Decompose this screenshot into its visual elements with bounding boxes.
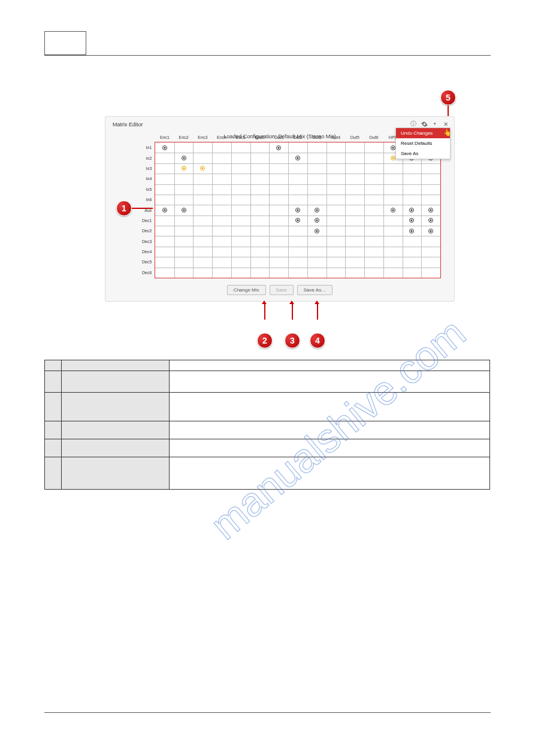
routing-node[interactable] xyxy=(409,229,414,233)
dropdown-caret-icon[interactable]: ▾ xyxy=(431,120,439,127)
routing-node[interactable] xyxy=(182,156,186,160)
column-header: Out2 xyxy=(288,135,307,139)
callout-4: 4 xyxy=(310,333,325,348)
row-header: Dec4 xyxy=(142,247,153,257)
callout-2-arrow xyxy=(264,303,265,320)
routing-node[interactable] xyxy=(200,166,205,171)
save-as-button[interactable]: Save As… xyxy=(297,285,333,295)
cell-idx xyxy=(45,421,62,439)
cell-name xyxy=(62,421,170,439)
save-button[interactable]: Save xyxy=(270,285,294,295)
cell-idx xyxy=(45,439,62,457)
cell-idx xyxy=(45,393,62,421)
callout-2: 2 xyxy=(257,333,273,348)
callout-3-arrow xyxy=(292,303,293,320)
routing-node[interactable] xyxy=(409,208,414,212)
routing-node[interactable] xyxy=(315,218,319,223)
routing-grid[interactable]: Enc1Enc2Enc3Enc4Enc5Enc6Out1Out2Out3Out4… xyxy=(155,142,441,278)
th-name xyxy=(62,360,170,371)
panel-toolbar: ⓘ ▾ ✕ xyxy=(410,120,449,127)
panel-title: Matrix Editor xyxy=(113,122,143,127)
column-header: Enc6 xyxy=(250,135,270,139)
matrix-editor-panel: Matrix Editor ⓘ ▾ ✕ Loaded Configuration… xyxy=(105,116,455,302)
dropdown-undo-changes[interactable]: Undo Changes xyxy=(396,128,450,138)
routing-node[interactable] xyxy=(295,208,300,212)
close-icon[interactable]: ✕ xyxy=(442,120,449,127)
cell-name xyxy=(62,457,170,490)
column-header: Enc3 xyxy=(193,135,212,139)
routing-node[interactable] xyxy=(428,208,433,212)
column-header: Enc5 xyxy=(231,135,250,139)
cell-idx xyxy=(45,457,62,490)
th-idx xyxy=(45,360,62,371)
table-row xyxy=(45,439,490,457)
routing-node[interactable] xyxy=(428,229,433,233)
gear-icon[interactable] xyxy=(421,120,428,127)
table-row xyxy=(45,371,490,393)
routing-node[interactable] xyxy=(162,208,167,212)
routing-node[interactable] xyxy=(391,208,395,212)
info-icon[interactable]: ⓘ xyxy=(410,120,417,127)
row-header: Dec5 xyxy=(142,257,153,267)
routing-node[interactable] xyxy=(428,218,433,223)
table-header-row xyxy=(45,360,490,371)
callout-3: 3 xyxy=(285,333,300,348)
callout-1: 1 xyxy=(116,201,132,216)
row-header: Dec1 xyxy=(142,215,153,226)
table-row xyxy=(45,421,490,439)
routing-node[interactable] xyxy=(162,145,167,150)
cell-idx xyxy=(45,371,62,393)
routing-node[interactable] xyxy=(182,166,186,171)
settings-dropdown: Undo Changes Reset Defaults Save As xyxy=(395,127,451,159)
row-header: In4 xyxy=(142,174,153,184)
row-header: Dec6 xyxy=(142,268,153,278)
routing-node[interactable] xyxy=(295,156,300,160)
cell-name xyxy=(62,393,170,421)
routing-node[interactable] xyxy=(391,156,395,160)
row-header: Dec3 xyxy=(142,236,153,247)
top-tab xyxy=(44,31,86,55)
table-row xyxy=(45,457,490,490)
row-header: Dec2 xyxy=(142,226,153,236)
cell-name xyxy=(62,371,170,393)
dropdown-save-as[interactable]: Save As xyxy=(396,148,450,159)
callout-2-arrowhead xyxy=(262,300,267,304)
legend-table xyxy=(44,360,490,490)
change-mix-button[interactable]: Change Mix xyxy=(227,285,266,295)
routing-node[interactable] xyxy=(391,145,395,150)
column-header: Out4 xyxy=(327,135,346,139)
cell-name xyxy=(62,439,170,457)
routing-node[interactable] xyxy=(295,218,300,223)
callout-5: 5 xyxy=(440,90,456,105)
grid-cells[interactable] xyxy=(155,142,440,278)
page: 5 Matrix Editor ⓘ ▾ ✕ Loaded Configurati… xyxy=(0,0,535,756)
row-headers: In1In2In3In4In5In6AuxDec1Dec2Dec3Dec4Dec… xyxy=(142,142,153,278)
cell-desc xyxy=(170,421,490,439)
top-rule xyxy=(44,55,491,56)
cell-desc xyxy=(170,439,490,457)
cell-desc xyxy=(170,457,490,490)
callout-4-arrowhead xyxy=(315,300,319,304)
row-header: In6 xyxy=(142,195,153,205)
routing-node[interactable] xyxy=(315,208,319,212)
panel-button-row: Change Mix Save Save As… xyxy=(105,285,454,295)
routing-node[interactable] xyxy=(276,145,281,150)
dropdown-reset-defaults[interactable]: Reset Defaults xyxy=(396,138,450,148)
table-row xyxy=(45,393,490,421)
callout-4-arrow xyxy=(317,303,318,320)
row-header: In1 xyxy=(142,142,153,153)
bottom-rule xyxy=(44,712,491,713)
callout-1-arrow xyxy=(132,208,153,209)
routing-node[interactable] xyxy=(315,229,319,233)
cell-desc xyxy=(170,371,490,393)
th-desc xyxy=(170,360,490,371)
routing-node[interactable] xyxy=(182,208,186,212)
column-header: Out1 xyxy=(269,135,288,139)
column-header: Out5 xyxy=(345,135,364,139)
column-header: Out6 xyxy=(364,135,383,139)
row-header: In5 xyxy=(142,184,153,195)
cell-desc xyxy=(170,393,490,421)
row-header: Aux xyxy=(142,205,153,215)
column-header: Enc1 xyxy=(155,135,174,139)
routing-node[interactable] xyxy=(409,218,414,223)
